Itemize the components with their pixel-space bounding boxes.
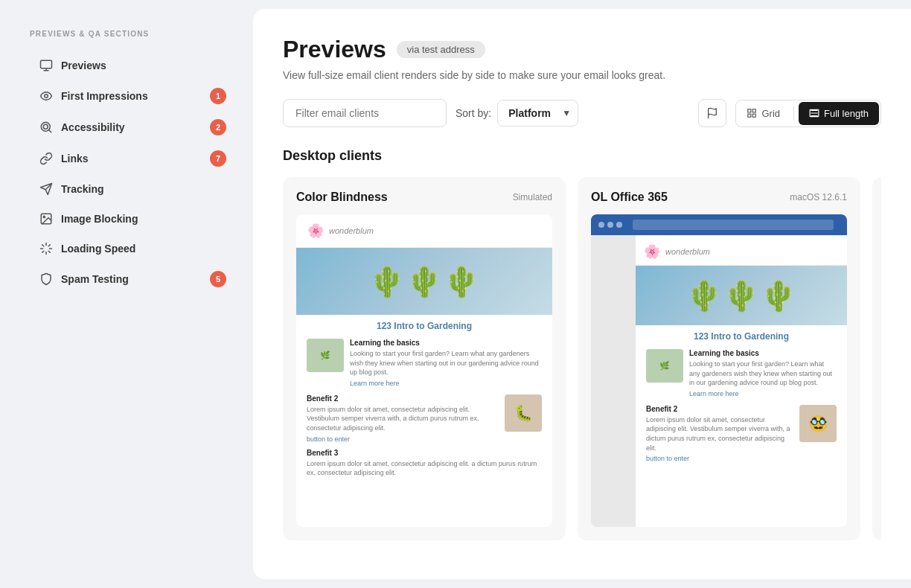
card-ol-office-365-header: OL Office 365 macOS 12.6.1: [591, 191, 847, 204]
section-title: Desktop clients: [283, 148, 881, 164]
sidebar-item-loading-speed-label: Loading Speed: [61, 243, 226, 255]
ol-benefit2-title: Benefit 2: [646, 405, 795, 413]
sidebar-item-accessibility-label: Accessibility: [61, 121, 202, 133]
send-icon: [39, 182, 54, 196]
sidebar-item-previews-label: Previews: [61, 60, 226, 71]
page-title: Previews: [283, 36, 386, 63]
ol-benefit2-link: button to enter: [646, 455, 795, 462]
spinner-icon: [39, 241, 54, 256]
grid-view-button[interactable]: Grid: [736, 102, 790, 125]
links-badge: 7: [210, 150, 226, 167]
svg-rect-13: [753, 114, 756, 117]
section1-body: Looking to start your first garden? Lear…: [350, 349, 542, 377]
benefit3-title: Benefit 3: [307, 449, 542, 457]
page-subtitle: View full-size email client renders side…: [283, 69, 881, 81]
svg-line-3: [48, 130, 51, 132]
sidebar: PREVIEWS & QA SECTIONS Previews First Im…: [0, 0, 253, 588]
logo-text: wonderblum: [329, 226, 374, 235]
benefit2-link: button to enter: [307, 435, 500, 443]
browser-main: 🌸 wonderblum 🌵🌵🌵 123 Intro to Gardening …: [636, 235, 847, 527]
svg-point-8: [43, 216, 45, 217]
sidebar-item-first-impressions[interactable]: First Impressions 1: [30, 81, 235, 111]
grid-label: Grid: [761, 108, 780, 119]
card-ol-office-365-title: OL Office 365: [591, 191, 668, 204]
card-color-blindness-badge: Simulated: [513, 192, 552, 202]
page-header: Previews via test address: [283, 36, 881, 63]
email-preview-color-blindness: 🌸 wonderblum 🌵🌵🌵 123 Intro to Gardening …: [296, 214, 552, 527]
email-section1: 🌿 Learning the basics Looking to start y…: [296, 334, 552, 392]
card-ol-office-365-preview[interactable]: 🌸 wonderblum 🌵🌵🌵 123 Intro to Gardening …: [591, 214, 847, 527]
browser-chrome: [591, 214, 847, 235]
ol-email-section1: 🌿 Learning the basics Looking to start y…: [636, 345, 847, 402]
svg-point-4: [43, 124, 48, 129]
ol-email-title: 123 Intro to Gardening: [636, 325, 847, 345]
ol-logo-flower-icon: 🌸: [643, 243, 661, 261]
shield-icon: [39, 272, 54, 287]
benefit2-title: Benefit 2: [307, 394, 500, 403]
ol-section1-link: Learn more here: [689, 390, 837, 397]
flag-button[interactable]: [698, 99, 726, 127]
first-impressions-badge: 1: [210, 88, 226, 104]
logo-flower-icon: 🌸: [307, 222, 325, 240]
full-length-view-button[interactable]: Full length: [799, 102, 879, 125]
search-circle-icon: [39, 120, 54, 135]
sidebar-item-links-label: Links: [61, 153, 202, 164]
card-color-blindness-preview[interactable]: 🌸 wonderblum 🌵🌵🌵 123 Intro to Gardening …: [296, 214, 552, 527]
svg-point-1: [45, 95, 48, 98]
svg-rect-10: [748, 109, 751, 112]
link-icon: [39, 151, 54, 166]
card-color-blindness-header: Color Blindness Simulated: [296, 191, 552, 204]
ol-section1-thumb: 🌿: [646, 349, 683, 383]
sort-select[interactable]: Platform Name Status: [497, 100, 578, 127]
card-color-blindness: Color Blindness Simulated 🌸 wonderblum 🌵…: [283, 177, 566, 540]
ol-section1-title: Learning the basics: [689, 349, 837, 357]
benefit2-body: Lorem ipsum dolor sit amet, consectetur …: [307, 405, 500, 433]
benefit3-body: Lorem ipsum dolor sit amet, consectetur …: [307, 459, 542, 478]
card-color-blindness-title: Color Blindness: [296, 191, 388, 204]
hero-image: 🌵🌵🌵: [296, 248, 552, 315]
sidebar-item-tracking[interactable]: Tracking: [30, 175, 235, 203]
sidebar-item-links[interactable]: Links 7: [30, 144, 235, 173]
browser-dots: [598, 222, 622, 228]
sidebar-item-accessibility[interactable]: Accessibility 2: [30, 112, 235, 142]
view-toggle: Grid Full length: [735, 100, 881, 127]
card-outlook: Outlo: [872, 177, 881, 540]
via-badge: via test address: [397, 41, 485, 58]
sidebar-item-first-impressions-label: First Impressions: [61, 90, 202, 102]
sidebar-item-previews[interactable]: Previews: [30, 51, 235, 80]
browser-address-bar: [633, 220, 834, 230]
sidebar-item-image-blocking[interactable]: Image Blocking: [30, 205, 235, 233]
ol-logo-text: wonderblum: [665, 247, 710, 256]
svg-rect-11: [753, 109, 756, 112]
image-icon: [39, 211, 54, 226]
section1-thumb: 🌿: [307, 339, 344, 372]
email-title: 123 Intro to Gardening: [296, 315, 552, 334]
view-divider: [793, 106, 794, 121]
card-ol-office-365: OL Office 365 macOS 12.6.1: [578, 177, 860, 540]
toolbar: Sort by: Platform Name Status ▼: [283, 99, 881, 127]
browser-dot-3: [616, 222, 622, 228]
sidebar-item-spam-testing-label: Spam Testing: [61, 273, 202, 285]
benefit3-section: Benefit 3 Lorem ipsum dolor sit amet, co…: [296, 446, 552, 481]
svg-rect-0: [41, 60, 52, 68]
monitor-icon: [39, 58, 54, 73]
benefit2-image: 🐛: [505, 394, 542, 432]
full-length-label: Full length: [824, 108, 869, 119]
sort-label: Sort by:: [456, 107, 491, 119]
ol-hero-image: 🌵🌵🌵: [636, 266, 847, 325]
section1-link: Learn more here: [350, 380, 542, 387]
sidebar-item-loading-speed[interactable]: Loading Speed: [30, 234, 235, 263]
sort-wrapper: Platform Name Status ▼: [497, 100, 578, 127]
cards-row: Color Blindness Simulated 🌸 wonderblum 🌵…: [283, 177, 881, 540]
spam-testing-badge: 5: [210, 271, 226, 287]
sidebar-item-tracking-label: Tracking: [61, 183, 226, 195]
card-ol-office-365-badge: macOS 12.6.1: [790, 192, 847, 202]
sidebar-item-spam-testing[interactable]: Spam Testing 5: [30, 264, 235, 294]
sidebar-item-image-blocking-label: Image Blocking: [61, 213, 226, 225]
ol-benefit2-body: Lorem ipsum dolor sit amet, consectetur …: [646, 415, 795, 453]
filter-input[interactable]: [283, 99, 447, 127]
ol-section1-body: Looking to start your first garden? Lear…: [689, 359, 837, 388]
main-panel: Previews via test address View full-size…: [253, 9, 911, 579]
section1-title: Learning the basics: [350, 339, 542, 347]
browser-sidebar: [591, 235, 636, 527]
